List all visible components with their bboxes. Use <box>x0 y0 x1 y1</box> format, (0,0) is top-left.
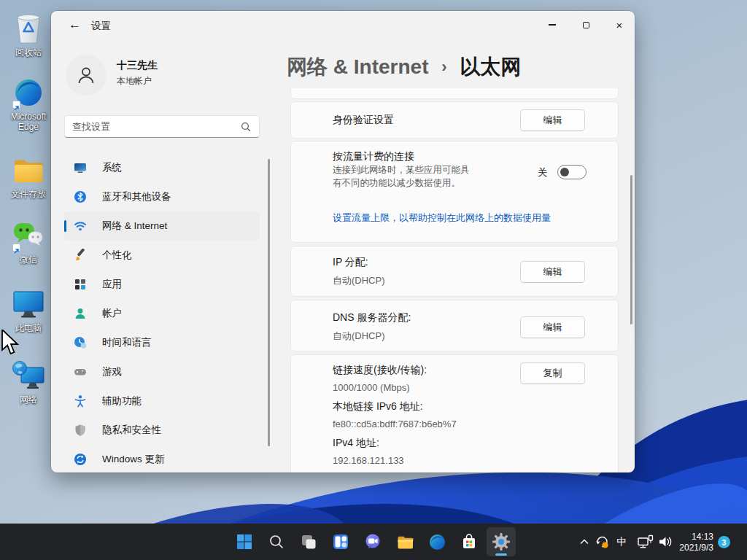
auth-edit-button[interactable]: 编辑 <box>520 109 585 131</box>
link-speed-value: 1000/1000 (Mbps) <box>333 382 410 393</box>
data-limit-link[interactable]: 设置流量上限，以帮助控制在此网络上的数据使用量 <box>333 211 551 225</box>
ipv6-value: fe80::cd5a:bdff:7687:b6eb%7 <box>333 419 457 429</box>
desktop-icon-wechat[interactable]: 微信 <box>4 219 53 265</box>
user-account-type: 本地帐户 <box>117 75 152 88</box>
content-scrollbar[interactable] <box>630 175 632 324</box>
minimize-icon <box>549 24 556 25</box>
search-icon <box>241 122 251 135</box>
card-ip-assignment: IP 分配: 自动(DHCP) 编辑 <box>290 246 619 297</box>
card-dns-assignment: DNS 服务器分配: 自动(DHCP) 编辑 <box>290 300 619 351</box>
sidebar-item-label: 帐户 <box>102 307 122 320</box>
desktop-icon-label: Microsoft Edge <box>4 112 53 132</box>
tray-sync-icon[interactable] <box>593 533 611 551</box>
chat-icon <box>364 533 382 551</box>
ip-value: 自动(DHCP) <box>333 274 385 287</box>
chat-button[interactable] <box>358 527 387 556</box>
desktop-icon-recycle-bin[interactable]: 回收站 <box>4 12 53 58</box>
sidebar-item-label: Windows 更新 <box>102 453 165 466</box>
dns-edit-button[interactable]: 编辑 <box>520 316 585 338</box>
widgets-button[interactable] <box>326 527 355 556</box>
link-speed-label: 链接速度(接收/传输): <box>333 364 427 377</box>
recycle-bin-icon <box>12 12 45 45</box>
titlebar[interactable]: ← 设置 × <box>51 11 635 39</box>
notification-badge[interactable]: 3 <box>718 536 730 548</box>
edge-button[interactable] <box>422 527 452 556</box>
tray-clock[interactable]: 14:13 2021/9/3 <box>679 532 713 553</box>
edge-icon <box>428 533 446 551</box>
desktop: 回收站 Microsoft Edge 文件存放 <box>0 0 747 560</box>
desktop-icon-label: 网络 <box>4 394 53 405</box>
copy-button[interactable]: 复制 <box>520 362 585 384</box>
ipv6-label: 本地链接 IPv6 地址: <box>333 400 423 413</box>
start-button[interactable] <box>230 527 259 556</box>
sidebar-item-time-language[interactable]: 时间和语言 <box>64 328 260 357</box>
account-icon <box>74 307 87 320</box>
sidebar-item-accounts[interactable]: 帐户 <box>64 299 260 328</box>
close-button[interactable]: × <box>603 12 635 37</box>
desktop-icon-file-storage[interactable]: 文件存放 <box>4 153 53 199</box>
sidebar-item-network-internet[interactable]: 网络 & Internet <box>64 211 260 241</box>
file-explorer-icon <box>396 533 414 551</box>
taskbar-search-button[interactable] <box>262 527 291 556</box>
sidebar-item-gaming[interactable]: 游戏 <box>64 357 260 386</box>
sidebar-item-bluetooth-devices[interactable]: 蓝牙和其他设备 <box>64 182 260 211</box>
sidebar-item-label: 辅助功能 <box>102 394 142 408</box>
search-icon <box>268 534 285 550</box>
sidebar-scrollbar[interactable] <box>268 159 270 446</box>
settings-button[interactable] <box>487 527 516 556</box>
sidebar-item-apps[interactable]: 应用 <box>64 270 260 299</box>
window-title: 设置 <box>91 20 111 33</box>
shortcut-arrow-icon <box>12 101 20 109</box>
avatar[interactable] <box>66 55 107 96</box>
sidebar-item-windows-update[interactable]: Windows 更新 <box>64 445 260 472</box>
ipv4-value: 192.168.121.133 <box>333 455 404 466</box>
breadcrumb: 网络 & Internet › 以太网 <box>287 53 521 81</box>
selected-accent-bar <box>64 220 66 232</box>
metered-title: 按流量计费的连接 <box>333 150 414 163</box>
gamepad-icon <box>74 365 87 378</box>
tray-chevron-up-icon[interactable] <box>577 533 592 551</box>
search-input[interactable] <box>72 116 236 137</box>
clock-icon <box>74 336 87 349</box>
metered-toggle[interactable] <box>557 165 587 179</box>
breadcrumb-separator: › <box>434 58 454 76</box>
shortcut-arrow-icon <box>12 244 20 252</box>
this-pc-icon <box>12 287 45 321</box>
desktop-icon-network[interactable]: 网络 <box>4 359 53 405</box>
task-view-icon <box>300 533 317 551</box>
ip-edit-button[interactable]: 编辑 <box>520 261 585 283</box>
file-explorer-button[interactable] <box>390 527 419 556</box>
card-partial-top <box>290 88 619 99</box>
tray-time: 14:13 <box>679 532 713 542</box>
tray-ime-indicator[interactable]: 中 <box>614 533 630 551</box>
bluetooth-icon <box>74 190 87 203</box>
auth-settings-label: 身份验证设置 <box>333 114 394 127</box>
toggle-state-label: 关 <box>538 166 548 179</box>
accessibility-icon <box>74 394 87 408</box>
sidebar-item-personalization[interactable]: 个性化 <box>64 241 260 270</box>
settings-window: ← 设置 × 十三先生 本地帐户 系统 <box>51 11 635 472</box>
desktop-icon-this-pc[interactable]: 此电脑 <box>4 287 53 333</box>
store-button[interactable] <box>454 527 484 556</box>
active-app-indicator <box>495 553 507 556</box>
sidebar-item-accessibility[interactable]: 辅助功能 <box>64 386 260 416</box>
desktop-icon-microsoft-edge[interactable]: Microsoft Edge <box>4 76 53 132</box>
back-button[interactable]: ← <box>69 18 81 32</box>
sidebar-item-privacy-security[interactable]: 隐私和安全性 <box>64 416 260 445</box>
person-icon <box>75 64 97 86</box>
search-box[interactable] <box>64 115 260 138</box>
maximize-button[interactable] <box>569 12 603 37</box>
minimize-button[interactable] <box>535 12 569 37</box>
task-view-button[interactable] <box>294 527 323 556</box>
sidebar-item-system[interactable]: 系统 <box>64 153 260 182</box>
dns-label: DNS 服务器分配: <box>333 311 411 324</box>
desktop-icon-label: 文件存放 <box>4 189 53 199</box>
store-icon <box>460 533 478 551</box>
tray-network-icon[interactable] <box>636 533 655 551</box>
tray-volume-icon[interactable] <box>657 533 674 551</box>
network-icon <box>12 359 45 392</box>
card-authentication: 身份验证设置 编辑 <box>290 101 619 139</box>
apps-icon <box>74 278 87 291</box>
ip-label: IP 分配: <box>333 256 368 269</box>
breadcrumb-parent[interactable]: 网络 & Internet <box>287 55 428 78</box>
